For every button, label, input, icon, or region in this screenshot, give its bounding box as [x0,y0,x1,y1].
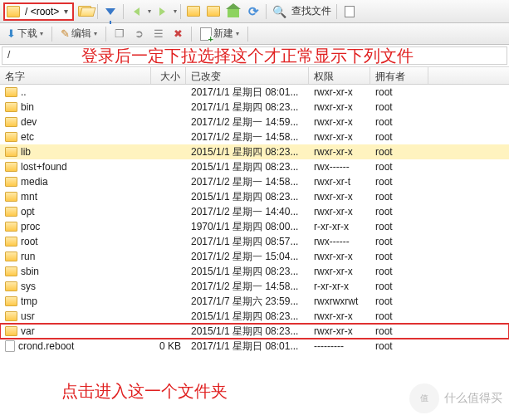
folder-icon [5,177,17,187]
cell-owner: root [370,146,428,158]
cell-name: bin [0,101,151,113]
table-row[interactable]: media2017/1/2 星期一 14:58...rwxr-xr-troot [0,174,509,189]
cell-owner: root [370,236,428,247]
download-button[interactable]: ⬇ 下载 ▾ [3,25,46,42]
folder-icon [5,326,17,336]
cell-owner: root [370,251,428,262]
extra-button[interactable] [340,2,359,21]
cell-perm: rwxr-xr-x [309,325,370,337]
cell-owner: root [370,176,428,188]
path-combo[interactable]: / <root> ▾ [3,2,74,21]
table-row[interactable]: sbin2015/1/1 星期四 08:23...rwxr-xr-xroot [0,264,509,279]
parent-dir-button[interactable] [184,2,203,21]
chevron-down-icon: ▾ [40,30,43,37]
open-folder-button[interactable] [76,2,94,21]
cell-perm: --------- [309,340,370,352]
cell-perm: rwxr-xr-x [309,101,370,113]
table-row[interactable]: proc1970/1/1 星期四 08:00...r-xr-xr-xroot [0,219,509,234]
cell-owner: root [370,101,428,113]
delete-button[interactable]: ✖ [170,26,186,42]
home-icon [228,9,239,17]
move-button[interactable]: ➲ [131,26,147,42]
table-row[interactable]: tmp2017/1/7 星期六 23:59...rwxrwxrwtroot [0,294,509,309]
table-row[interactable]: bin2017/1/1 星期四 08:23...rwxr-xr-xroot [0,100,509,115]
edit-button[interactable]: ✎ 编辑 ▾ [57,25,100,42]
address-bar[interactable]: / [2,46,507,65]
download-label: 下载 [17,27,37,41]
file-name: etc [21,131,34,143]
filter-button[interactable] [101,2,120,21]
new-label: 新建 [213,27,233,41]
cell-perm: rwxr-xr-x [309,310,370,322]
col-header-name[interactable]: 名字 [0,67,151,84]
find-button[interactable]: 🔍 [270,2,288,21]
chevron-down-icon[interactable]: ▾ [174,7,177,15]
refresh-button[interactable]: ⟳ [244,2,262,21]
file-icon [5,340,15,352]
file-name: usr [21,310,35,322]
back-button[interactable] [127,2,145,21]
home-button[interactable] [224,2,242,21]
file-list[interactable]: ..2017/1/1 星期日 08:01...rwxr-xr-xrootbin2… [0,85,509,415]
file-name: mnt [21,191,37,203]
folder-icon [5,162,17,172]
cell-owner: root [370,266,428,277]
file-name: var [21,325,35,337]
table-row[interactable]: root2017/1/1 星期四 08:57...rwx------root [0,234,509,249]
folder-icon [5,281,17,291]
file-name: sbin [21,266,39,277]
folder-icon [5,296,17,306]
col-header-owner[interactable]: 拥有者 [370,67,428,84]
folder-icon [5,132,17,142]
table-row[interactable]: opt2017/1/2 星期一 14:40...rwxr-xr-xroot [0,204,509,219]
root-dir-button[interactable] [204,2,223,21]
forward-button[interactable] [153,2,171,21]
cell-owner: root [370,295,428,307]
cell-perm: rwxr-xr-x [309,206,370,217]
cell-changed: 2017/1/2 星期一 14:59... [186,115,309,129]
cell-name: var [0,325,151,337]
cell-changed: 2015/1/1 星期四 08:23... [186,265,309,279]
file-name: media [21,176,48,188]
properties-button[interactable]: ☰ [150,26,167,42]
arrow-left-icon [134,7,139,16]
chevron-down-icon[interactable]: ▾ [148,7,151,15]
chevron-down-icon[interactable]: ▾ [61,7,71,16]
page-icon [345,6,355,17]
col-header-changed[interactable]: 已改变 [186,67,309,84]
table-row[interactable]: var2015/1/1 星期四 08:23...rwxr-xr-xroot [0,324,509,339]
table-row[interactable]: usr2015/1/1 星期四 08:23...rwxr-xr-xroot [0,309,509,324]
copy-button[interactable]: ❐ [111,26,128,42]
cell-name: etc [0,131,151,143]
cell-name: dev [0,116,151,128]
cell-changed: 2017/1/1 星期日 08:01... [186,85,309,100]
table-row[interactable]: lib2015/1/1 星期四 08:23...rwxr-xr-xroot [0,144,509,159]
toolbar-separator [180,4,181,19]
column-headers: 名字 大小 已改变 权限 拥有者 [0,66,509,85]
cell-name: proc [0,221,151,232]
cell-name: sbin [0,266,151,277]
table-row[interactable]: crond.reboot0 KB2017/1/1 星期日 08:01...---… [0,339,509,354]
toolbar-separator [97,4,98,19]
table-row[interactable]: ..2017/1/1 星期日 08:01...rwxr-xr-xroot [0,85,509,100]
col-header-perm[interactable]: 权限 [309,67,370,84]
toolbar-separator [247,27,248,42]
find-files-label[interactable]: 查找文件 [290,4,333,18]
table-row[interactable]: lost+found2015/1/1 星期四 08:23...rwx------… [0,159,509,174]
watermark-logo: 值 [409,383,439,413]
table-row[interactable]: dev2017/1/2 星期一 14:59...rwxr-xr-xroot [0,115,509,129]
new-button[interactable]: 新建 ▾ [197,25,242,42]
cell-perm: rwx------ [309,236,370,247]
file-name: crond.reboot [18,340,74,352]
file-name: lib [21,146,31,158]
table-row[interactable]: etc2017/1/2 星期一 14:58...rwxr-xr-xroot [0,129,509,144]
table-row[interactable]: mnt2015/1/1 星期四 08:23...rwxr-xr-xroot [0,189,509,204]
cell-perm: r-xr-xr-x [309,221,370,232]
col-header-size[interactable]: 大小 [151,67,186,84]
table-row[interactable]: run2017/1/2 星期一 15:04...rwxr-xr-xroot [0,249,509,264]
table-row[interactable]: sys2017/1/2 星期一 14:58...r-xr-xr-xroot [0,279,509,294]
folder-icon [5,237,17,247]
chevron-down-icon: ▾ [94,30,97,37]
folder-icon [5,117,17,127]
cell-changed: 2015/1/1 星期四 08:23... [186,190,309,204]
